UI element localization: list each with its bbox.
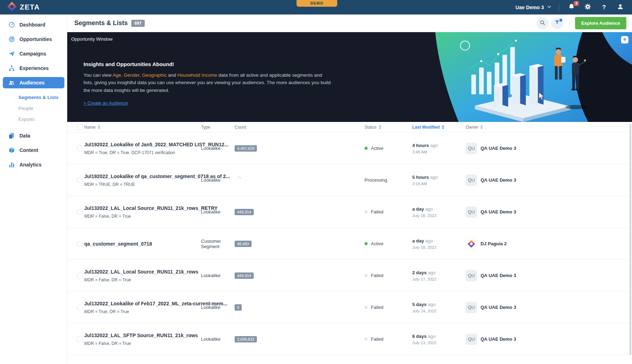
segment-type: Lookalike — [201, 336, 235, 342]
status-cell: Failed — [364, 209, 412, 215]
segment-name[interactable]: qa_customer_segment_0718 — [84, 241, 201, 247]
demo-badge: DEMO — [297, 0, 337, 7]
sort-icon — [442, 125, 444, 129]
cube-icon — [8, 146, 15, 154]
count-badge: 449,914 — [235, 209, 254, 215]
sidebar-item-experiences[interactable]: Experiences — [0, 61, 67, 75]
notification-count-badge: 3 — [574, 1, 579, 6]
collapse-banner-button[interactable] — [621, 36, 628, 43]
person-icon — [617, 3, 624, 12]
last-modified-cell: 5 days agoJuly 14, 2022 — [412, 302, 466, 313]
settings-button[interactable] — [583, 3, 592, 12]
count-badge: 0 — [235, 304, 242, 311]
page-header: Segments & Lists 697 Explore Audience — [67, 14, 632, 32]
row-checkbox[interactable] — [77, 241, 83, 247]
user-menu-button[interactable] — [616, 3, 625, 12]
banner-illustration — [406, 32, 632, 122]
row-checkbox[interactable] — [77, 146, 83, 151]
row-checkbox[interactable] — [77, 177, 83, 183]
owner-cell: QUQA UAE Demo 3 — [466, 302, 632, 313]
column-header-owner[interactable]: Owner — [466, 125, 632, 130]
sidebar-item-label: Audiences — [19, 80, 45, 86]
segment-description: MDR = False, DR = True — [84, 341, 201, 346]
row-checkbox[interactable] — [77, 305, 83, 310]
segment-name[interactable]: Jul192022_Lookalike of Jan5_2022_MATCHED… — [84, 142, 201, 147]
owner-avatar: QU — [466, 302, 477, 313]
zeta-logo[interactable]: ZETA — [0, 2, 40, 13]
account-switcher[interactable]: Uae Demo 3 — [516, 4, 552, 10]
select-all-checkbox[interactable] — [77, 124, 83, 130]
column-header-name[interactable]: Name — [84, 125, 201, 130]
segment-type: Lookalike — [201, 273, 235, 278]
table-row[interactable]: Jul132022_Lookalike of Feb17_2022_ML_zet… — [67, 292, 632, 323]
sort-icon — [480, 125, 483, 129]
table-row[interactable]: Jul132022_LAL_Local Source_RUN11_21k_row… — [67, 196, 632, 228]
row-checkbox[interactable] — [77, 336, 83, 342]
filter-active-dot — [559, 19, 562, 22]
table-row[interactable]: Jul192022_Lookalike of qa_customer_segme… — [67, 164, 632, 196]
row-checkbox[interactable] — [77, 273, 83, 278]
sidebar-item-opportunities[interactable]: Opportunities — [0, 32, 67, 46]
count-badge: 449,914 — [235, 272, 254, 279]
processing-spinner — [235, 178, 242, 184]
segment-name[interactable]: Jul132022_LAL_Local Source_RUN11_21k_row… — [84, 205, 201, 211]
sidebar-item-analytics[interactable]: Analytics — [0, 157, 67, 172]
question-icon: ? — [602, 4, 606, 11]
segment-name[interactable]: Jul132022_LAL_SFTP Source_RUN11_21k_rows — [84, 333, 201, 338]
page-title: Segments & Lists — [74, 19, 128, 27]
segment-name[interactable]: Jul192022_Lookalike of qa_customer_segme… — [84, 174, 201, 179]
sidebar-item-label: Analytics — [19, 162, 41, 168]
help-button[interactable]: ? — [599, 3, 609, 12]
sidebar-item-audiences[interactable]: Audiences — [3, 77, 64, 88]
segment-name[interactable]: Jul132022_Lookalike of Feb17_2022_ML_zet… — [84, 301, 201, 306]
banner-label: Opportunity Window — [71, 36, 113, 42]
sidebar-subitem-exports[interactable]: Exports — [0, 114, 67, 125]
banner-heading: Insights and Opportunities Abound! — [84, 61, 331, 67]
column-header-status[interactable]: Status — [364, 125, 412, 130]
status-dot — [364, 337, 368, 341]
scrollbar[interactable] — [630, 124, 631, 355]
sidebar-item-label: Experiences — [19, 65, 49, 71]
create-audience-link[interactable]: > Create an Audience — [84, 100, 128, 106]
sidebar-item-data[interactable]: Data — [0, 128, 67, 143]
table-row[interactable]: Jul192022_Lookalike of Jan5_2022_MATCHED… — [67, 133, 632, 164]
notifications-button[interactable]: 3 — [567, 3, 576, 12]
layers-icon — [8, 132, 15, 139]
row-checkbox[interactable] — [77, 209, 83, 215]
table-header: Name Type Count Status Last Modified Own… — [67, 122, 632, 133]
owner-cell: QUQA UAE Demo 3 — [466, 206, 632, 218]
navbar-divider — [559, 4, 559, 11]
search-button[interactable] — [536, 17, 548, 29]
sidebar-item-content[interactable]: Content — [0, 143, 67, 157]
status-dot — [364, 274, 368, 277]
sidebar-item-label: Opportunities — [19, 36, 52, 42]
segment-name[interactable]: Jul132022_LAL_Local Source_RUN11_21k_row… — [84, 269, 201, 275]
banner-text: You can view Age, Gender, Geographic and… — [84, 71, 331, 94]
sidebar-item-label: Data — [19, 133, 30, 139]
column-header-count: Count — [235, 125, 364, 130]
target-icon — [8, 35, 15, 43]
table-row[interactable]: qa_customer_segment_0718 Customer Segmen… — [67, 228, 632, 260]
segment-type: Lookalike — [201, 177, 235, 183]
last-modified-cell: a day agoJuly 18, 2022 — [412, 206, 466, 218]
column-header-last-modified[interactable]: Last Modified — [412, 125, 466, 130]
last-modified-cell: 2 days agoJuly 17, 2022 — [412, 270, 466, 281]
last-modified-cell: a day agoJuly 18, 2022 — [412, 238, 466, 249]
zeta-diamond-icon — [7, 2, 17, 13]
status-cell: Active — [364, 241, 412, 246]
segment-type: Lookalike — [201, 305, 235, 310]
segment-description: MDR = True, DR = True. DCP-17071 verific… — [84, 150, 201, 155]
owner-cell: QUQA UAE Demo 3 — [466, 334, 632, 345]
sidebar-item-campaigns[interactable]: Campaigns — [0, 46, 67, 61]
people-icon — [8, 79, 15, 87]
filter-button[interactable] — [551, 17, 563, 29]
table-row[interactable]: Jul132022_LAL_Local Source_RUN11_21k_row… — [67, 260, 632, 292]
sidebar-subitem-segments-lists[interactable]: Segments & Lists — [0, 92, 67, 103]
segment-description: MDR = False, DR = True — [84, 214, 201, 219]
sidebar-subitem-people[interactable]: People — [0, 103, 67, 114]
sidebar-item-dashboard[interactable]: Dashboard — [0, 17, 67, 32]
table-row[interactable]: Jul132022_LAL_SFTP Source_RUN11_21k_rows… — [67, 323, 632, 355]
status-dot — [364, 242, 368, 245]
status-cell: Active — [364, 146, 412, 151]
explore-audience-button[interactable]: Explore Audience — [575, 17, 626, 29]
